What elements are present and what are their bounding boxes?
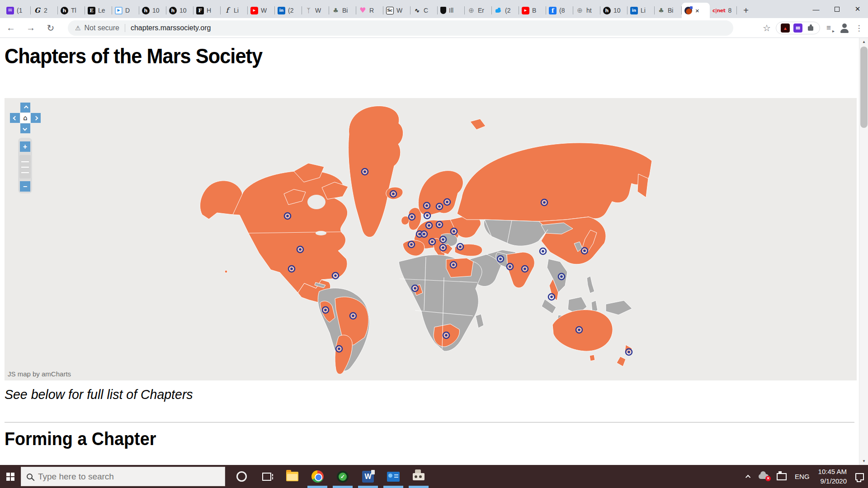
browser-tab-4[interactable]: ▶D — [112, 3, 139, 18]
map-marker-turkey[interactable] — [457, 244, 463, 250]
map-marker-canada[interactable] — [284, 213, 291, 219]
map-marker-greenland[interactable] — [362, 169, 368, 175]
map-marker-poland[interactable] — [436, 221, 443, 228]
map-zoom-in-button[interactable]: + — [20, 141, 30, 152]
window-maximize-button[interactable] — [826, 0, 847, 18]
browser-tab-23[interactable]: inLi — [627, 3, 655, 18]
map-marker-sweden[interactable] — [436, 203, 443, 210]
tray-expand-button[interactable] — [743, 465, 755, 488]
url-text[interactable]: chapters.marssociety.org — [131, 24, 211, 32]
network-display-icon[interactable] — [773, 465, 791, 488]
map-marker-china[interactable] — [540, 248, 546, 254]
taskbar-search-box[interactable] — [21, 467, 225, 486]
map-marker-caribbean[interactable] — [332, 272, 339, 279]
map-marker-italy[interactable] — [429, 239, 435, 245]
reload-button[interactable]: ↻ — [42, 19, 60, 37]
browser-tab-7[interactable]: FH — [193, 3, 221, 18]
browser-tab-22[interactable]: h10 — [600, 3, 627, 18]
browser-tab-5[interactable]: h10 — [139, 3, 166, 18]
browser-tab-21[interactable]: ⊕ht — [573, 3, 600, 18]
scrollbar-thumb[interactable] — [860, 47, 868, 128]
taskbar-app-printer[interactable] — [406, 465, 431, 488]
new-tab-button[interactable]: + — [740, 4, 752, 17]
map-marker-brazil[interactable] — [350, 313, 356, 319]
taskbar-app-norton[interactable] — [330, 465, 355, 488]
map-marker-new-zealand[interactable] — [626, 349, 632, 355]
taskbar-app-contacts[interactable] — [381, 465, 406, 488]
browser-tab-2[interactable]: hTl — [58, 3, 85, 18]
browser-tab-10[interactable]: in(2 — [275, 3, 302, 18]
scrollbar-down-arrow[interactable]: ▼ — [859, 457, 868, 465]
search-input[interactable] — [38, 472, 201, 482]
browser-menu-icon[interactable]: ⋮ — [854, 23, 864, 33]
map-marker-argentina[interactable] — [336, 346, 342, 352]
map-marker-peru[interactable] — [322, 307, 329, 313]
browser-tab-16[interactable]: Ill — [438, 3, 465, 18]
address-bar[interactable]: ⚠ Not secure chapters.marssociety.org — [68, 20, 733, 36]
map-marker-egypt[interactable] — [450, 262, 457, 268]
forward-button[interactable]: → — [22, 19, 40, 37]
browser-tab-14[interactable]: ScW — [383, 3, 410, 18]
browser-tab-1[interactable]: G2 — [31, 3, 58, 18]
browser-tab-11[interactable]: ᛉW — [302, 3, 329, 18]
map-marker-india[interactable] — [522, 266, 528, 272]
start-button[interactable] — [0, 465, 21, 488]
language-indicator[interactable]: ENG — [791, 465, 814, 488]
browser-tab-17[interactable]: ⊕Er — [465, 3, 492, 18]
media-controls-icon[interactable]: ≡ — [822, 23, 835, 33]
taskbar-clock[interactable]: 10:45 AM 9/1/2020 — [814, 467, 851, 486]
window-close-button[interactable]: ✕ — [847, 0, 868, 18]
map-marker-gulf[interactable] — [497, 256, 504, 262]
browser-tab-8[interactable]: fLi — [221, 3, 248, 18]
browser-tab-6[interactable]: h10 — [166, 3, 193, 18]
map-marker-iceland[interactable] — [390, 191, 396, 197]
map-marker-ghana[interactable] — [412, 285, 418, 291]
map-marker-ukraine[interactable] — [451, 228, 457, 235]
map-marker-finland[interactable] — [444, 199, 450, 205]
map-marker-vietnam[interactable] — [558, 273, 565, 280]
map-marker-hungary[interactable] — [440, 236, 446, 243]
map-marker-pakistan[interactable] — [507, 263, 513, 270]
back-button[interactable]: ← — [2, 19, 20, 37]
taskbar-app-cortana[interactable] — [229, 465, 254, 488]
browser-tab-20[interactable]: f(8 — [546, 3, 573, 18]
map-marker-greece[interactable] — [440, 244, 446, 251]
map-marker-usa[interactable] — [297, 246, 303, 253]
browser-tab-26[interactable]: c|net8 — [710, 3, 737, 18]
mail-extension-icon[interactable]: ✉ — [793, 23, 802, 33]
map-marker-australia[interactable] — [576, 327, 582, 333]
onedrive-error-icon[interactable] — [755, 465, 773, 488]
browser-tab-active[interactable]: × — [682, 3, 710, 18]
taskbar-app-explorer[interactable] — [279, 465, 305, 488]
browser-tab-19[interactable]: ▶B — [519, 3, 546, 18]
taskbar-app-chrome[interactable] — [305, 465, 330, 488]
extensions-puzzle-icon[interactable] — [806, 23, 815, 33]
map-marker-south-africa[interactable] — [443, 332, 449, 338]
page-scrollbar[interactable]: ▲ ▼ — [859, 38, 868, 465]
map-zoom-out-button[interactable]: − — [20, 181, 30, 192]
map-pan-up-button[interactable] — [20, 103, 30, 113]
map-pan-right-button[interactable] — [31, 113, 41, 123]
map-marker-mexico[interactable] — [288, 266, 295, 272]
map-marker-russia[interactable] — [541, 199, 547, 206]
taskbar-app-word[interactable]: W — [355, 465, 381, 488]
map-pan-down-button[interactable] — [20, 123, 30, 133]
browser-tab-18[interactable]: (2 — [492, 3, 519, 18]
map-marker-denmark[interactable] — [424, 212, 430, 219]
security-label[interactable]: Not secure — [85, 24, 119, 32]
taskbar-app-taskview[interactable] — [254, 465, 279, 488]
profile-avatar[interactable] — [839, 23, 850, 33]
map-marker-switzerland[interactable] — [421, 231, 427, 237]
map-marker-germany[interactable] — [426, 222, 432, 229]
browser-tab-0[interactable]: ✉(1 — [4, 3, 31, 18]
browser-tab-3[interactable]: ELe — [85, 3, 112, 18]
browser-tab-15[interactable]: ∿C — [410, 3, 438, 18]
browser-tab-24[interactable]: ♣Bi — [655, 3, 682, 18]
adobe-acrobat-extension-icon[interactable]: ▲ — [781, 23, 790, 33]
browser-tab-12[interactable]: ♣Bi — [329, 3, 356, 18]
map-marker-japan[interactable] — [581, 248, 588, 254]
browser-tab-13[interactable]: ♥R — [356, 3, 383, 18]
amcharts-attribution-link[interactable]: JS map by amCharts — [8, 370, 71, 378]
map-pan-left-button[interactable] — [10, 113, 20, 123]
window-minimize-button[interactable]: — — [806, 0, 826, 18]
